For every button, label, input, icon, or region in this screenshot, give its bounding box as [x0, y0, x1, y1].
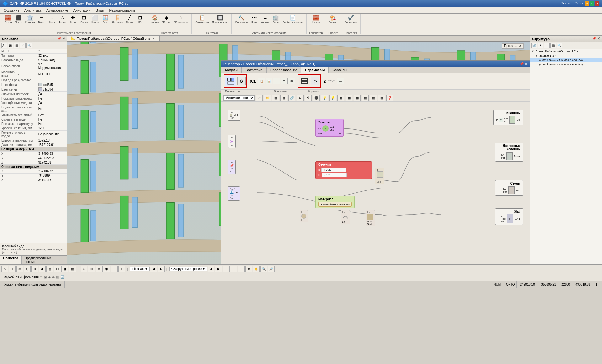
gen-tab-preobrazovanie[interactable]: Преобразование	[267, 67, 301, 73]
struct-close-btn[interactable]: ✕	[597, 37, 600, 41]
proekt-overlay[interactable]: Проект... ✕	[502, 43, 524, 49]
window-menu[interactable]: Окно	[573, 1, 584, 6]
prop-val[interactable]: 1572.13	[37, 138, 67, 143]
gen-tool-link[interactable]: 🔗	[288, 95, 295, 101]
section-h-value[interactable]: ○ 1.20	[322, 173, 347, 177]
struct-pin-icon[interactable]: 📌	[592, 37, 596, 41]
struct-item-project[interactable]: ▼ ПроектРыбальскийОстров_РС.spf	[530, 49, 602, 54]
node-ln-arrow[interactable]: Ln ➤ Ln	[228, 135, 236, 148]
menu-annotacii[interactable]: Аннотации	[71, 8, 93, 13]
gen-tool-grid2[interactable]: ▦	[280, 95, 287, 101]
tool-prostranstvo[interactable]: 🔲 Пространство	[211, 14, 230, 24]
tool-proem[interactable]: ⊟ ↕Проем	[78, 14, 90, 24]
pin-icon[interactable]: 📌	[57, 37, 61, 41]
tool-styk[interactable]: ✚ Стык	[68, 14, 78, 24]
props-search-btn[interactable]: 🔍	[26, 43, 32, 48]
hint-icon-5[interactable]: ▦	[56, 275, 59, 279]
param-row-btn[interactable]	[299, 76, 310, 86]
node-ln-par-wall[interactable]: Ln Wall Par	[228, 110, 240, 121]
prop-val[interactable]: 267104.32	[37, 169, 67, 173]
node-steny-output[interactable]: Стены LnPar Wall	[495, 180, 523, 196]
node-condition[interactable]: Условие Ln α Ln1Ln2 ParP	[315, 119, 344, 137]
tool-liniya[interactable]: ╱ Линия	[124, 14, 135, 24]
bt-view-front[interactable]: ▤	[46, 266, 53, 272]
tool-balka[interactable]: ━ Балка	[36, 14, 46, 24]
tool-svaya[interactable]: ↓ Свая	[47, 14, 57, 24]
node-material[interactable]: Материал Железобетон колонн М▾	[315, 196, 355, 208]
param-gear-btn-1[interactable]: ⚙	[237, 77, 246, 85]
minimize-button[interactable]: –	[585, 1, 589, 6]
maximize-button[interactable]: □	[590, 1, 594, 6]
gen-tool-gear2[interactable]: ⚙	[305, 95, 312, 101]
tool-plita[interactable]: ⬛ Плита	[13, 14, 24, 24]
struct-item-etazh-37[interactable]: ▶ 37-й Этаж ≡ 114.600 3.000 (64)	[530, 58, 602, 62]
prop-val[interactable]: М 1:100	[37, 70, 67, 78]
tool-3d-linii[interactable]: ⌇ 3D по линии	[172, 14, 189, 24]
bt-select[interactable]: ↖	[1, 266, 8, 272]
bt-rect[interactable]: ▭	[16, 266, 23, 272]
bt-zoom-out[interactable]: –	[230, 266, 237, 272]
param-grid-2[interactable]: ⊞	[288, 78, 295, 84]
bt-snap-end[interactable]: ◉	[103, 266, 110, 272]
prop-val[interactable]: Общий вид	[37, 58, 67, 62]
prop-val[interactable]: Да	[37, 101, 67, 105]
tool-shaxta[interactable]: ⬜ Шахта	[90, 14, 100, 24]
gen-tool-g1[interactable]: ▦	[337, 95, 344, 101]
style-menu[interactable]: Стиль	[558, 1, 572, 6]
prop-val[interactable]: По умолчанию	[37, 130, 67, 138]
prop-val[interactable]: Нет	[37, 96, 67, 101]
view-content[interactable]: Генератор - ПроектРыбальскийОстров_РС.sp…	[67, 42, 530, 264]
param-arrow-btn[interactable]: →	[273, 78, 280, 84]
menu-vidy[interactable]: Виды	[93, 8, 107, 13]
bt-snap-grid[interactable]: ⊞	[88, 266, 95, 272]
tool-postroit[interactable]: 🔨 Построить	[234, 14, 249, 24]
prop-val[interactable]: 34197.13	[37, 178, 67, 182]
tool-etazh[interactable]: 🏢 Этаж	[271, 14, 281, 24]
param-gear-btn-2[interactable]: ⚙	[311, 77, 319, 85]
proekt-close[interactable]: ✕	[519, 44, 521, 48]
bt-snap-tan[interactable]: ○	[118, 266, 125, 272]
tool-ks[interactable]: ⊞ КС	[135, 14, 145, 24]
prop-val[interactable]: 1200	[37, 126, 67, 130]
bt-snap1[interactable]: ⊕	[31, 266, 38, 272]
tool-svoystva-proekta[interactable]: 📄 Свойства проекта	[281, 14, 305, 24]
prop-val[interactable]: Нет	[37, 113, 67, 117]
node-pin-z[interactable]: Ln 📌 PinZ	[228, 160, 236, 174]
gen-pin-icon[interactable]: 📌	[520, 62, 524, 66]
loading-selector[interactable]: 4.Загружение прочее ▼	[169, 267, 207, 271]
bt-view-extra[interactable]: ▦	[69, 266, 76, 272]
param-icon-1[interactable]: 📋	[258, 78, 265, 84]
prop-val[interactable]: Да	[37, 92, 67, 96]
tool-krysha[interactable]: 🏠 Крыша	[150, 14, 160, 24]
bt-circle[interactable]: ○	[9, 266, 16, 272]
prop-val[interactable]: 3D вид	[37, 54, 67, 58]
bt-zoom-extra1[interactable]: 🔍	[260, 266, 267, 272]
prop-val[interactable]: -348389	[37, 173, 67, 178]
struct-search-btn[interactable]: 🔍	[557, 43, 562, 48]
view-tab-close[interactable]: ✕	[152, 37, 156, 40]
gen-tool-g3[interactable]: ▦	[354, 95, 361, 101]
auto-dropdown[interactable]: Автоматически	[223, 95, 255, 101]
tool-lestnica[interactable]: 🪜 Лестница	[111, 14, 124, 24]
gen-tool-g2[interactable]: ▦	[346, 95, 352, 101]
gen-tab-modeli[interactable]: Модели	[221, 67, 242, 73]
node-slab-output[interactable]: Slab LnHolePar |||| LD_L	[495, 208, 523, 225]
tool-zdanie[interactable]: 🏗️ Здание	[328, 14, 339, 24]
bt-load-next[interactable]: ▶	[215, 266, 222, 272]
gen-tool-grid1[interactable]: ▦	[272, 95, 279, 101]
struct-filter-btn[interactable]: ▤	[550, 43, 556, 48]
prop-val[interactable]: 1572127.91	[37, 143, 67, 147]
tool-nody[interactable]: ••• Ноды	[249, 14, 259, 24]
struct-collapse-btn[interactable]: -	[544, 43, 550, 48]
tool-okno[interactable]: 🪟 Окно	[100, 14, 110, 24]
gen-tool-folder[interactable]: 📂	[264, 95, 271, 101]
gen-tool-arrow[interactable]: ↗	[256, 95, 263, 101]
view-tab-main[interactable]: 📐 ПроектРыбальскийОстров_РС.spf:Общий ви…	[67, 36, 160, 41]
menu-armirovanie[interactable]: Армирование	[44, 8, 71, 13]
bt-cam-rotate[interactable]: ↻	[245, 266, 252, 272]
tab-preview[interactable]: Предварительный просмотр	[22, 256, 67, 264]
gen-tool-circle[interactable]: ⚫	[313, 95, 320, 101]
sort-type-btn[interactable]: ⊞	[8, 43, 13, 48]
hint-icon-2[interactable]: ▣	[44, 275, 47, 279]
bt-zoom-fit[interactable]: ⊡	[238, 266, 245, 272]
